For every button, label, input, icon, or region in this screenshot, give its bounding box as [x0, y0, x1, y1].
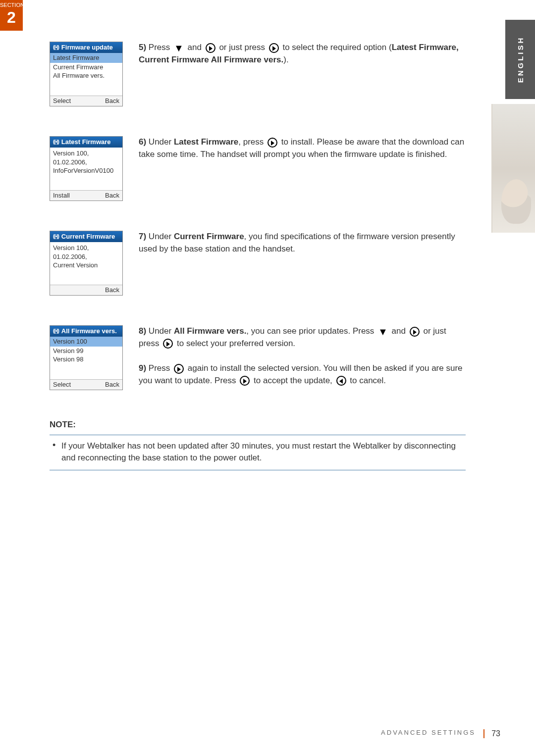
menu-item: Version 100 — [50, 337, 122, 347]
note-box: NOTE: If your Webtalker has not been upd… — [50, 420, 466, 470]
phone-body: Version 100, 01.02.2006, InfoForVersionV… — [50, 148, 122, 190]
softkey-bar: Select Back — [50, 96, 122, 106]
phone-body: Latest Firmware Current Firmware All Fir… — [50, 53, 122, 96]
page-number: 73 — [483, 729, 500, 738]
softkey-bar: Install Back — [50, 190, 122, 201]
softkey-right: Back — [105, 286, 119, 294]
step-7-row: Current Firmware Version 100, 01.02.2006… — [50, 231, 466, 296]
step-8-9-text: 8) Under All Firmware vers., you can see… — [139, 325, 466, 387]
phone-body: Version 100 Version 99 Version 98 — [50, 337, 122, 379]
decorative-photo — [491, 104, 535, 233]
page-content: Firmware update Latest Firmware Current … — [50, 42, 466, 470]
step-8-9-row: All Firmware vers. Version 100 Version 9… — [50, 325, 466, 390]
softkey-right: Back — [105, 97, 119, 104]
softkey-right: Back — [105, 381, 119, 388]
phone-screen-current-firmware: Current Firmware Version 100, 01.02.2006… — [50, 231, 123, 296]
softkey-right: Back — [105, 192, 119, 199]
phone-screen-all-firmware: All Firmware vers. Version 100 Version 9… — [50, 325, 123, 390]
info-line: 01.02.2006, — [53, 158, 87, 166]
step-7-text: 7) Under Current Firmware, you find spec… — [139, 231, 466, 255]
phone-title: Current Firmware — [50, 231, 122, 242]
phone-screen-latest-firmware: Latest Firmware Version 100, 01.02.2006,… — [50, 136, 123, 201]
info-line: Version 100, — [53, 244, 89, 252]
step-5-text: 5) Press ▼ and or just press to select t… — [139, 42, 466, 66]
softkey-left: Install — [53, 192, 70, 199]
phone-title: All Firmware vers. — [50, 326, 122, 337]
nav-left-icon — [336, 376, 346, 386]
step-number: 9) — [139, 363, 146, 373]
section-number: 2 — [0, 9, 23, 26]
softkey-left: Select — [53, 381, 71, 388]
nav-right-icon — [268, 138, 277, 148]
nav-right-icon — [206, 43, 215, 53]
nav-right-icon — [163, 339, 173, 349]
note-text: If your Webtalker has not been updated a… — [61, 441, 456, 462]
note-title: NOTE: — [50, 420, 466, 430]
phone-body: Version 100, 01.02.2006, Current Version — [50, 242, 122, 285]
menu-item: All Firmware vers. — [53, 72, 105, 79]
step-number: 8) — [139, 326, 146, 336]
nav-right-icon — [269, 43, 279, 53]
menu-item: Latest Firmware — [50, 53, 122, 63]
phone-screen-firmware-update: Firmware update Latest Firmware Current … — [50, 42, 123, 106]
section-badge: SECTION 2 — [0, 0, 23, 31]
softkey-left: Select — [53, 97, 71, 104]
nav-right-icon — [410, 327, 420, 337]
menu-item: Current Firmware — [53, 63, 103, 71]
step-number: 5) — [139, 43, 146, 52]
step-number: 6) — [139, 137, 146, 147]
step-5-row: Firmware update Latest Firmware Current … — [50, 42, 466, 106]
phone-title: Firmware update — [50, 42, 122, 53]
note-body: If your Webtalker has not been updated a… — [50, 435, 466, 470]
nav-right-icon — [174, 364, 184, 374]
menu-item: Version 99 — [53, 347, 83, 354]
info-line: 01.02.2006, — [53, 253, 87, 260]
phone-title: Latest Firmware — [50, 137, 122, 148]
softkey-bar: Back — [50, 285, 122, 295]
language-tab: ENGLISH — [505, 20, 535, 99]
softkey-bar: Select Back — [50, 379, 122, 390]
menu-item: Version 98 — [53, 355, 83, 363]
language-tab-label: ENGLISH — [516, 36, 525, 83]
info-line: Version 100, — [53, 150, 89, 157]
step-number: 7) — [139, 232, 146, 241]
step-6-text: 6) Under Latest Firmware, press to insta… — [139, 136, 466, 160]
footer-section-name: ADVANCED SETTINGS — [0, 729, 535, 736]
step-6-row: Latest Firmware Version 100, 01.02.2006,… — [50, 136, 466, 201]
nav-right-icon — [240, 376, 250, 386]
section-label: SECTION — [0, 2, 24, 8]
info-line: InfoForVersionV0100 — [53, 167, 113, 174]
info-line: Current Version — [53, 261, 98, 269]
